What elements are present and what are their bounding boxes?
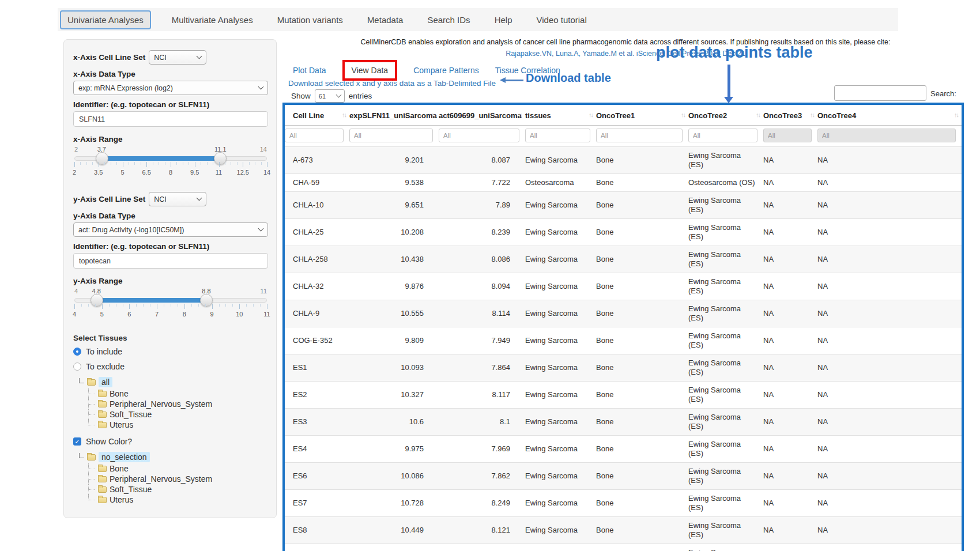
nav-tab-multivariate-analyses[interactable]: Multivariate Analyses <box>168 11 257 29</box>
nav-tab-search-ids[interactable]: Search IDs <box>424 11 473 29</box>
tree-node-soft-tissue[interactable]: Soft_Tissue <box>88 409 268 420</box>
tree-connector <box>88 474 95 484</box>
tree-node-peripheral-nervous-system[interactable]: Peripheral_Nervous_System <box>88 399 268 409</box>
tree-elbow-icon <box>79 453 84 458</box>
sort-icon[interactable]: ↑↓ <box>342 111 346 118</box>
filter-cell <box>596 126 688 147</box>
table-cell: NA <box>817 273 962 300</box>
view-tabs: Plot DataView DataCompare PatternsTissue… <box>293 60 560 81</box>
tissue-radio-group: To includeTo exclude <box>73 347 268 371</box>
tree-node-label: Soft_Tissue <box>110 410 152 419</box>
download-tab-delimited-link[interactable]: Download selected x and y axis data as a… <box>288 79 496 88</box>
entries-count-value: 61 <box>319 93 326 100</box>
tab-view-data[interactable]: View Data <box>342 60 398 81</box>
table-cell: Ewing Sarcoma (ES) <box>688 300 763 327</box>
sort-icon[interactable]: ↑↓ <box>756 111 760 118</box>
tree-node-bone[interactable]: Bone <box>88 463 268 474</box>
y-identifier-input[interactable] <box>73 253 268 269</box>
show-color-checkbox[interactable]: ✓ Show Color? <box>73 437 268 446</box>
column-header-act609699-unisarcoma[interactable]: act609699_uniSarcoma↑↓ <box>439 105 525 126</box>
table-cell: Bone <box>596 246 688 273</box>
table-cell: 10.6 <box>349 409 439 436</box>
tree-node-peripheral-nervous-system[interactable]: Peripheral_Nervous_System <box>88 474 268 484</box>
tree-node-no-selection[interactable]: no_selection <box>79 452 268 462</box>
x-range-tick-label: 12.5 <box>237 169 249 176</box>
sort-icon[interactable]: ↑↓ <box>518 111 522 118</box>
x-identifier-input[interactable] <box>73 111 268 127</box>
sort-icon[interactable]: ↑↓ <box>954 111 958 118</box>
tissue-radio-to-include[interactable]: To include <box>73 347 268 356</box>
x-cell-line-set-select[interactable]: NCI <box>149 50 206 65</box>
filter-input-oncotree4[interactable] <box>817 129 956 142</box>
column-header-oncotree3[interactable]: OncoTree3↑↓ <box>763 105 817 126</box>
table-cell: Ewing Sarcoma <box>525 436 596 463</box>
x-data-type-select[interactable]: exp: mRNA Expression (log2) <box>73 81 268 95</box>
filter-input-expslfn11-unisarcoma[interactable] <box>349 129 433 142</box>
tree-node-uterus[interactable]: Uterus <box>88 495 268 505</box>
top-nav: Univariate AnalysesMultivariate Analyses… <box>58 8 898 31</box>
nav-tab-metadata[interactable]: Metadata <box>364 11 407 29</box>
table-cell: NA <box>763 409 817 436</box>
y-range-tick-label: 9 <box>210 311 214 318</box>
nav-tab-mutation-variants[interactable]: Mutation variants <box>274 11 346 29</box>
column-header-oncotree4[interactable]: OncoTree4↑↓ <box>817 105 962 126</box>
tree-node-bone[interactable]: Bone <box>88 388 268 399</box>
tree-node-all[interactable]: all <box>79 377 268 387</box>
table-cell: Ewing Sarcoma <box>525 246 596 273</box>
filter-input-oncotree3[interactable] <box>763 129 812 142</box>
table-cell: NA <box>763 544 817 551</box>
tree-node-label: no_selection <box>99 452 150 462</box>
tree-node-soft-tissue[interactable]: Soft_Tissue <box>88 484 268 495</box>
filter-input-oncotree1[interactable] <box>596 129 683 142</box>
chevron-down-icon <box>197 54 202 59</box>
table-cell: Osteosarcoma <box>525 174 596 192</box>
tree-connector <box>88 420 95 425</box>
nav-tab-help[interactable]: Help <box>491 11 516 29</box>
filter-input-cell-line[interactable] <box>285 129 344 142</box>
table-cell: Ewing Sarcoma <box>525 219 596 246</box>
x-range-min-label: 2 <box>74 146 78 153</box>
table-cell: NA <box>763 300 817 327</box>
filter-input-oncotree2[interactable] <box>688 129 757 142</box>
y-identifier-label: Identifier: (e.g. topotecan or SLFN11) <box>73 242 268 251</box>
table-cell: 7.949 <box>439 327 525 354</box>
table-cell: Ewing Sarcoma <box>525 382 596 409</box>
tab-compare-patterns[interactable]: Compare Patterns <box>413 66 479 75</box>
table-cell: 10.093 <box>349 354 439 382</box>
search-input[interactable] <box>834 85 926 101</box>
tree-node-uterus[interactable]: Uterus <box>88 420 268 430</box>
y-range-min-label: 4 <box>74 288 78 295</box>
column-header-tissues[interactable]: tissues↑↓ <box>525 105 596 126</box>
table-cell: 8.117 <box>439 382 525 409</box>
column-header-oncotree2[interactable]: OncoTree2↑↓ <box>688 105 763 126</box>
column-header-oncotree1[interactable]: OncoTree1↑↓ <box>596 105 688 126</box>
x-range-tick-label: 2 <box>73 169 76 176</box>
y-range-tick-label: 5 <box>100 311 104 318</box>
folder-icon <box>98 497 107 503</box>
sort-icon[interactable]: ↑↓ <box>589 111 593 118</box>
y-range-slider: 4114.88.84567891011 <box>74 288 267 321</box>
tissue-radio-to-exclude[interactable]: To exclude <box>73 362 268 371</box>
y-cell-line-set-select[interactable]: NCI <box>149 192 206 206</box>
table-cell: ES6 <box>285 463 349 490</box>
table-cell: NA <box>817 382 962 409</box>
column-header-label: Cell Line <box>293 111 324 120</box>
nav-tab-univariate-analyses[interactable]: Univariate Analyses <box>60 10 151 29</box>
filter-input-tissues[interactable] <box>525 129 590 142</box>
table-cell: ES7 <box>285 490 349 517</box>
sort-icon[interactable]: ↑↓ <box>431 111 435 118</box>
column-header-cell-line[interactable]: Cell Line↑↓ <box>285 105 349 126</box>
table-cell: 8.114 <box>439 300 525 327</box>
table-cell: ES8 <box>285 517 349 544</box>
citation-link[interactable]: Rajapakse.VN, Luna.A, Yamade.M et al. iS… <box>282 50 968 58</box>
column-header-expslfn11-unisarcoma[interactable]: expSLFN11_uniSarcoma↑↓ <box>349 105 439 126</box>
nav-tab-video-tutorial[interactable]: Video tutorial <box>533 11 590 29</box>
tab-plot-data[interactable]: Plot Data <box>293 66 326 75</box>
filter-input-act609699-unisarcoma[interactable] <box>439 129 519 142</box>
sort-icon[interactable]: ↑↓ <box>681 111 685 118</box>
table-cell: 10.327 <box>349 382 439 409</box>
sort-icon[interactable]: ↑↓ <box>810 111 814 118</box>
y-data-type-select[interactable]: act: Drug Activity (-log10[IC50M]) <box>73 222 268 237</box>
x-range-selected-bar <box>102 156 220 161</box>
entries-count-select[interactable]: 61 <box>315 89 345 103</box>
